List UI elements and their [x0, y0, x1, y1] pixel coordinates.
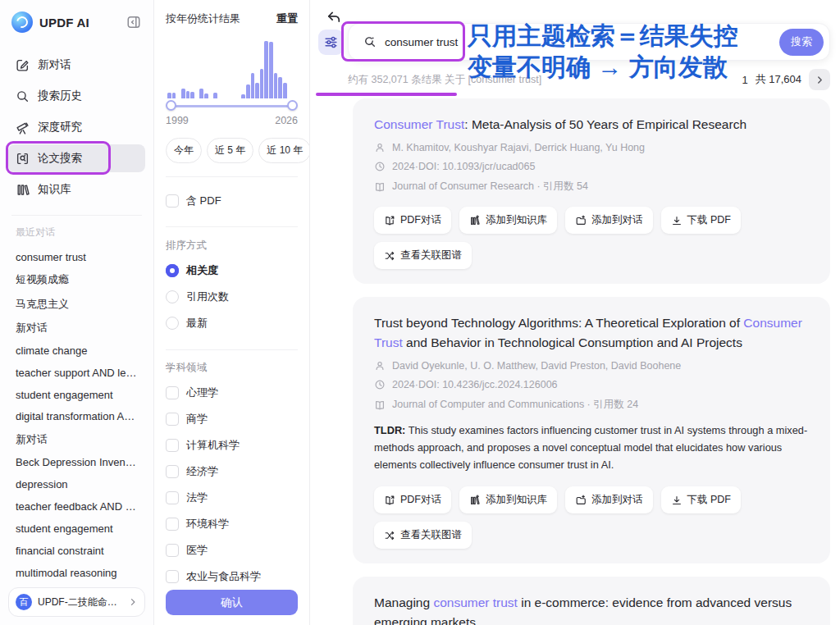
recent-chat-item[interactable]: depression: [8, 472, 145, 495]
checkbox-icon[interactable]: [166, 465, 179, 478]
add-library-button[interactable]: 添加到知识库: [459, 207, 557, 234]
checkbox-icon[interactable]: [166, 413, 179, 426]
chevron-right-icon: [815, 75, 824, 84]
sort-option[interactable]: 引用次数: [166, 284, 298, 310]
result-card: Consumer Trust: Meta-Analysis of 50 Year…: [353, 98, 830, 284]
search-button[interactable]: 搜索: [779, 29, 824, 56]
subject-checkbox[interactable]: 商学: [166, 406, 298, 432]
histogram-bar: [181, 89, 185, 98]
sort-option[interactable]: 相关度: [166, 258, 298, 284]
recent-chat-item[interactable]: 新对话: [8, 314, 145, 338]
checkbox-icon[interactable]: [166, 439, 179, 452]
person-icon: [374, 142, 386, 153]
subject-checkbox[interactable]: 计算机科学: [166, 432, 298, 458]
subject-checkbox[interactable]: 心理学: [166, 380, 298, 406]
recent-chat-item[interactable]: Beck Depression Inventory: [8, 450, 145, 472]
action-label: 查看关联图谱: [400, 249, 462, 262]
add-chat-button[interactable]: 添加到对话: [565, 207, 653, 234]
recent-chat-item[interactable]: teacher feedback AND stude...: [8, 495, 145, 517]
checkbox-icon[interactable]: [166, 194, 179, 208]
histogram-bar: [255, 83, 259, 98]
doi-text: 2024·DOI: 10.1093/jcr/ucad065: [392, 161, 535, 172]
next-page-button[interactable]: [809, 69, 830, 90]
checkbox-icon[interactable]: [166, 386, 179, 399]
sidebar-divider: [11, 215, 142, 216]
radio-icon[interactable]: [166, 317, 179, 330]
recent-chat-item[interactable]: consumer trust: [8, 244, 145, 267]
back-arrow-icon[interactable]: [326, 9, 342, 25]
search-bar[interactable]: consumer trust 搜索: [348, 23, 830, 61]
recent-chat-item[interactable]: 新对话: [8, 427, 145, 450]
search-query-input[interactable]: consumer trust: [385, 36, 779, 48]
paper-title[interactable]: Consumer Trust: Meta-Analysis of 50 Year…: [374, 115, 809, 135]
subject-checkbox[interactable]: 法学: [166, 485, 298, 511]
histogram-bar: [264, 41, 268, 98]
book-icon: [374, 399, 386, 411]
recent-chat-item[interactable]: financial constraint: [8, 538, 145, 560]
year-range-button[interactable]: 近 5 年: [207, 138, 253, 163]
subject-checkbox[interactable]: 环境科学: [166, 511, 298, 537]
histogram-bar: [190, 92, 194, 98]
recent-chat-item[interactable]: digital transformation AND fi...: [8, 404, 145, 427]
reset-filters-button[interactable]: 重置: [276, 11, 298, 26]
collapse-sidebar-icon[interactable]: [126, 14, 142, 30]
checkbox-icon[interactable]: [166, 518, 179, 531]
action-label: 下载 PDF: [687, 493, 731, 507]
journal-text: Journal of Consumer Research · 引用数 54: [392, 180, 588, 194]
recent-chat-item[interactable]: 马克思主义: [8, 290, 145, 314]
histogram-bar: [269, 42, 273, 98]
sidebar-item-edit[interactable]: 新对话: [8, 51, 145, 79]
recent-chat-item[interactable]: teacher support AND learnin...: [8, 360, 145, 382]
year-range-button[interactable]: 今年: [166, 138, 202, 163]
radio-icon[interactable]: [166, 290, 179, 303]
action-label: 添加到知识库: [486, 213, 547, 227]
year-max-label: 2026: [275, 115, 298, 126]
checkbox-icon[interactable]: [166, 570, 179, 583]
filter-toggle-button[interactable]: [318, 30, 344, 55]
graph-button[interactable]: 查看关联图谱: [374, 522, 472, 549]
sidebar-item-telescope[interactable]: 深度研究: [8, 113, 145, 141]
slider-handle-min[interactable]: [166, 100, 176, 111]
sort-option-label: 相关度: [186, 263, 218, 278]
download-button[interactable]: 下载 PDF: [661, 207, 741, 234]
histogram-bar: [199, 89, 203, 98]
paper-title[interactable]: Trust beyond Technology Algorithms: A Th…: [374, 313, 809, 353]
subject-checkbox[interactable]: 经济学: [166, 458, 298, 485]
sidebar-footer-chat[interactable]: 百 UPDF-二技能命中率百...: [8, 587, 145, 617]
pdf-chat-button[interactable]: PDF对话: [374, 486, 451, 513]
recent-chat-item[interactable]: climate change: [8, 338, 145, 360]
paper-title[interactable]: Managing consumer trust in e-commerce: e…: [374, 593, 809, 625]
add-chat-button[interactable]: 添加到对话: [565, 486, 653, 513]
year-range-button[interactable]: 近 10 年: [258, 138, 310, 163]
tldr-text: TLDR: This study examines factors influe…: [374, 422, 809, 473]
subject-label: 心理学: [186, 385, 218, 400]
action-label: PDF对话: [400, 213, 441, 227]
download-button[interactable]: 下载 PDF: [661, 486, 741, 513]
checkbox-icon[interactable]: [166, 544, 179, 557]
subject-checkbox[interactable]: 医学: [166, 537, 298, 563]
radio-icon[interactable]: [166, 264, 179, 277]
checkbox-icon[interactable]: [166, 491, 179, 504]
pdf-chat-button[interactable]: PDF对话: [374, 207, 451, 234]
pdf-filter-checkbox[interactable]: 含 PDF: [166, 189, 298, 213]
sort-option[interactable]: 最新: [166, 310, 298, 336]
sidebar: UPDF AI 新对话 搜索历史 深度研究 论文搜索 知识库 最近对话 cons…: [0, 0, 154, 625]
sidebar-item-label: 论文搜索: [38, 151, 82, 166]
add-library-button[interactable]: 添加到知识库: [459, 486, 557, 513]
sort-option-label: 引用次数: [186, 290, 229, 304]
recent-chat-item[interactable]: 短视频成瘾: [8, 267, 145, 290]
confirm-button[interactable]: 确认: [166, 590, 298, 615]
sidebar-item-search[interactable]: 搜索历史: [8, 82, 145, 110]
recent-chat-item[interactable]: student engagement: [8, 382, 145, 404]
recent-chat-item[interactable]: multimodal reasoning: [8, 560, 145, 582]
subject-checkbox[interactable]: 农业与食品科学: [166, 563, 298, 590]
slider-handle-max[interactable]: [287, 100, 298, 111]
subject-label: 农业与食品科学: [186, 569, 261, 584]
graph-button[interactable]: 查看关联图谱: [374, 242, 472, 269]
recent-chat-item[interactable]: student engagement: [8, 516, 145, 538]
sidebar-item-library[interactable]: 知识库: [8, 176, 145, 203]
download-icon: [671, 215, 682, 226]
year-range-slider[interactable]: [166, 100, 298, 110]
add-chat-icon: [575, 215, 587, 226]
sidebar-item-paper-search[interactable]: 论文搜索: [8, 144, 145, 172]
